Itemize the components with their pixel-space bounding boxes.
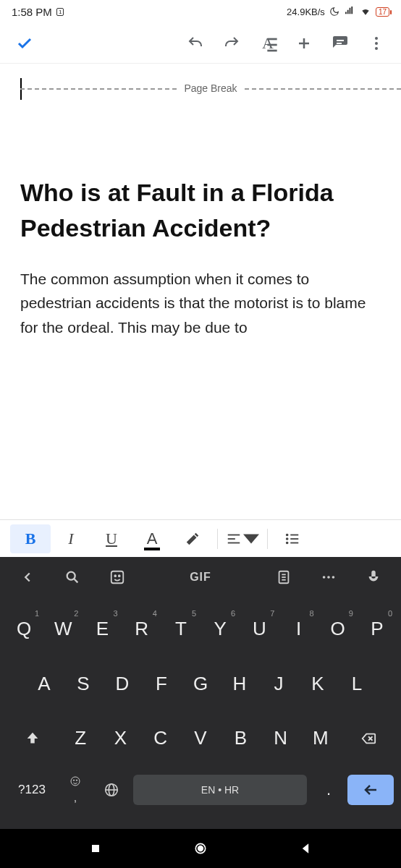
key-A[interactable]: A [25, 662, 64, 705]
svg-point-21 [119, 575, 120, 576]
status-app-indicator: 1 [56, 8, 64, 16]
key-P[interactable]: P0 [358, 608, 397, 651]
svg-point-13 [287, 538, 288, 540]
wifi-icon [360, 7, 371, 17]
nav-back-button[interactable] [291, 834, 320, 863]
key-S[interactable]: S [64, 662, 103, 705]
kb-search-button[interactable] [52, 563, 93, 592]
app-toolbar: A [0, 23, 401, 64]
symbols-key[interactable]: ?123 [7, 771, 56, 809]
svg-point-33 [76, 780, 77, 780]
list-button[interactable] [272, 524, 313, 553]
undo-button[interactable] [180, 27, 211, 59]
format-toolbar: B I U A [0, 519, 401, 557]
align-button[interactable] [222, 524, 263, 553]
bold-button[interactable]: B [10, 524, 51, 553]
key-Y[interactable]: Y6 [200, 608, 240, 651]
svg-line-18 [74, 579, 77, 582]
key-J[interactable]: J [259, 662, 298, 705]
svg-rect-2 [267, 49, 277, 51]
svg-point-40 [198, 846, 203, 851]
key-Z[interactable]: Z [60, 717, 100, 760]
svg-rect-1 [267, 43, 277, 46]
svg-point-11 [287, 534, 288, 535]
emoji-key[interactable]: , [58, 771, 93, 809]
key-B[interactable]: B [221, 717, 261, 760]
key-T[interactable]: T5 [161, 608, 200, 651]
kb-sticker-button[interactable] [97, 563, 138, 592]
battery-indicator: 17 [376, 7, 389, 17]
svg-rect-0 [267, 38, 277, 40]
key-N[interactable]: N [261, 717, 300, 760]
navigation-bar [0, 829, 401, 868]
svg-point-15 [287, 542, 288, 543]
shift-key[interactable] [4, 717, 60, 760]
key-D[interactable]: D [103, 662, 142, 705]
svg-point-26 [323, 576, 326, 579]
status-bar: 1:58 PM 1 24.9KB/s 17 [0, 0, 401, 23]
enter-key[interactable] [347, 775, 394, 805]
text-format-button[interactable]: A [252, 27, 284, 59]
kb-mic-button[interactable] [353, 563, 394, 592]
redo-button[interactable] [216, 27, 248, 59]
svg-point-20 [114, 575, 116, 576]
key-W[interactable]: W2 [43, 608, 83, 651]
space-key[interactable]: EN • HR [133, 775, 307, 805]
kb-gif-button[interactable]: GIF [142, 563, 259, 592]
signal-icon [344, 7, 355, 17]
kb-more-button[interactable] [308, 563, 349, 592]
key-M[interactable]: M [300, 717, 340, 760]
key-H[interactable]: H [220, 662, 259, 705]
key-V[interactable]: V [180, 717, 220, 760]
insert-button[interactable] [288, 27, 320, 59]
key-K[interactable]: K [298, 662, 337, 705]
highlight-button[interactable] [172, 524, 213, 553]
backspace-key[interactable] [341, 717, 397, 760]
svg-rect-38 [92, 845, 99, 852]
svg-point-32 [73, 780, 74, 780]
svg-point-27 [327, 576, 330, 579]
status-time: 1:58 PM [12, 6, 52, 18]
period-key[interactable]: . [311, 771, 346, 809]
document-editor[interactable]: Page Break Who is at Fault in a Florida … [0, 64, 401, 498]
more-button[interactable] [360, 27, 392, 59]
comment-button[interactable] [324, 27, 356, 59]
svg-point-5 [375, 37, 378, 40]
text-color-button[interactable]: A [132, 524, 172, 553]
key-U[interactable]: U7 [240, 608, 279, 651]
kb-collapse-button[interactable] [7, 563, 48, 592]
key-X[interactable]: X [101, 717, 140, 760]
language-key[interactable] [94, 771, 129, 809]
done-button[interactable] [9, 27, 41, 59]
nav-home-button[interactable] [186, 834, 215, 863]
svg-point-6 [375, 42, 378, 45]
svg-point-7 [375, 47, 378, 50]
italic-button[interactable]: I [51, 524, 91, 553]
key-C[interactable]: C [140, 717, 180, 760]
kb-clipboard-button[interactable] [263, 563, 304, 592]
svg-rect-19 [111, 571, 124, 584]
nav-recent-button[interactable] [81, 834, 110, 863]
key-L[interactable]: L [337, 662, 376, 705]
key-Q[interactable]: Q1 [4, 608, 43, 651]
soft-keyboard: GIF Q1W2E3R4T5Y6U7I8O9P0 ASDFGHJKL ZXCVB… [0, 557, 401, 829]
document-heading[interactable]: Who is at Fault in a Florida Pedestrian … [20, 175, 381, 247]
document-body[interactable]: The common assumption when it comes to p… [20, 267, 381, 340]
underline-button[interactable]: U [91, 524, 132, 553]
key-R[interactable]: R4 [122, 608, 161, 651]
key-F[interactable]: F [142, 662, 181, 705]
svg-point-31 [71, 777, 80, 786]
key-E[interactable]: E3 [83, 608, 122, 651]
moon-icon [329, 7, 339, 17]
key-I[interactable]: I8 [279, 608, 318, 651]
svg-point-28 [332, 576, 335, 579]
key-G[interactable]: G [181, 662, 220, 705]
status-net-speed: 24.9KB/s [287, 7, 325, 17]
key-O[interactable]: O9 [318, 608, 358, 651]
page-break-indicator: Page Break [20, 88, 401, 103]
svg-point-17 [67, 572, 75, 580]
